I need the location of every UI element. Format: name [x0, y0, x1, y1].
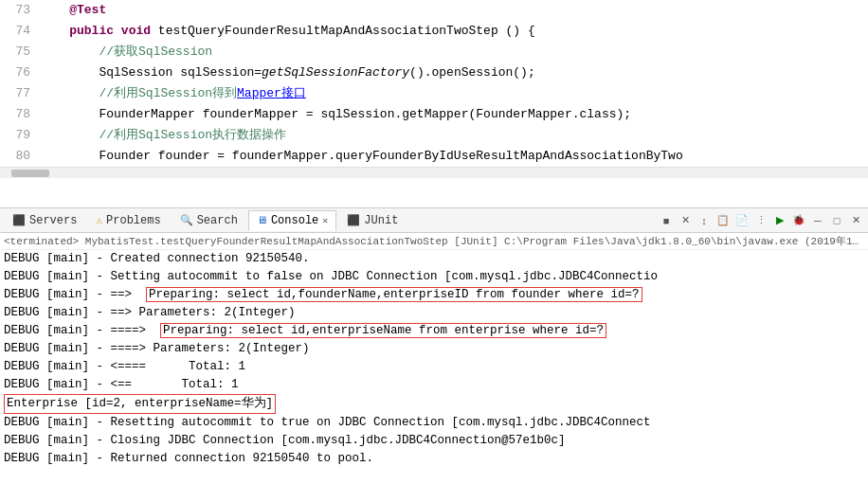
console-line-3: DEBUG [main] - ==> Preparing: select id,… — [0, 286, 868, 304]
minimize-button[interactable]: ─ — [809, 212, 826, 229]
code-line-78: 78 FounderMapper founderMapper = sqlSess… — [0, 104, 868, 125]
servers-icon: ⬛ — [12, 214, 26, 226]
line-number: 80 — [0, 146, 40, 167]
tab-junit-label: JUnit — [364, 214, 398, 227]
tab-junit[interactable]: ⬛ JUnit — [338, 210, 407, 231]
junit-icon: ⬛ — [347, 214, 360, 226]
console-line-4: DEBUG [main] - ==> Parameters: 2(Integer… — [0, 304, 868, 322]
run-button[interactable]: ▶ — [771, 212, 788, 229]
highlight-box-1: Preparing: select id,founderName,enterpr… — [146, 287, 642, 302]
code-line-77: 77 //利用SqlSession得到Mapper接口 — [0, 83, 868, 104]
console-output: DEBUG [main] - Created connection 921505… — [0, 250, 868, 491]
console-line-6: DEBUG [main] - ====> Parameters: 2(Integ… — [0, 340, 868, 358]
tab-search[interactable]: 🔍 Search — [172, 210, 246, 231]
code-editor: 73 @Test 74 public void testQueryFounder… — [0, 0, 868, 208]
close-panel-button[interactable]: ✕ — [847, 212, 864, 229]
console-line-8: DEBUG [main] - <== Total: 1 — [0, 376, 868, 394]
console-text: DEBUG [main] - ==> Preparing: select id,… — [4, 286, 642, 304]
problems-icon: ⚠ — [96, 214, 102, 226]
line-content: Founder founder = founderMapper.queryFou… — [40, 146, 683, 167]
line-number: 78 — [0, 104, 40, 125]
console-text: DEBUG [main] - Resetting autocommit to t… — [4, 414, 651, 432]
code-line-75: 75 //获取SqlSession — [0, 42, 868, 63]
stop-button[interactable]: ■ — [658, 212, 675, 229]
console-line-12: DEBUG [main] - Returned connection 92150… — [0, 450, 868, 468]
code-line-80: 80 Founder founder = founderMapper.query… — [0, 146, 868, 167]
line-number: 73 — [0, 0, 40, 21]
line-content: FounderMapper founderMapper = sqlSession… — [40, 104, 631, 125]
line-number: 77 — [0, 83, 40, 104]
line-number: 79 — [0, 125, 40, 146]
tab-servers-label: Servers — [29, 214, 77, 227]
more-button[interactable]: ⋮ — [752, 212, 769, 229]
code-line-74: 74 public void testQueryFounderResultMap… — [0, 21, 868, 42]
bottom-panel: ⬛ Servers ⚠ Problems 🔍 Search 🖥 Console … — [0, 208, 868, 491]
console-text: DEBUG [main] - ==> Parameters: 2(Integer… — [4, 304, 296, 322]
toolbar-right: ■ ✕ ↕ 📋 📄 ⋮ ▶ 🐞 ─ □ ✕ — [658, 212, 864, 229]
console-text: DEBUG [main] - Closing JDBC Connection [… — [4, 432, 566, 450]
console-text: DEBUG [main] - ====> Preparing: select i… — [4, 322, 606, 340]
console-line-1: DEBUG [main] - Created connection 921505… — [0, 250, 868, 268]
scroll-lock-button[interactable]: ↕ — [696, 212, 713, 229]
tab-console[interactable]: 🖥 Console ✕ — [248, 210, 336, 231]
tab-servers[interactable]: ⬛ Servers — [4, 210, 85, 231]
code-horizontal-scrollbar[interactable] — [0, 167, 868, 178]
search-icon: 🔍 — [180, 214, 193, 226]
tab-problems-label: Problems — [106, 214, 161, 227]
paste-button[interactable]: 📄 — [733, 212, 750, 229]
line-content: public void testQueryFounderResultMapAnd… — [40, 21, 535, 42]
tab-search-label: Search — [197, 214, 238, 227]
line-number: 75 — [0, 42, 40, 63]
scrollbar-thumb[interactable] — [11, 170, 49, 177]
info-bar: <terminated> MybatisTest.testQueryFounde… — [0, 233, 868, 250]
console-text: DEBUG [main] - ====> Parameters: 2(Integ… — [4, 340, 310, 358]
console-line-10: DEBUG [main] - Resetting autocommit to t… — [0, 414, 868, 432]
code-line-76: 76 SqlSession sqlSession=getSqlSessionFa… — [0, 63, 868, 83]
line-content: @Test — [40, 0, 106, 21]
console-line-7: DEBUG [main] - <==== Total: 1 — [0, 358, 868, 376]
line-content: SqlSession sqlSession=getSqlSessionFacto… — [40, 63, 535, 83]
console-close-x[interactable]: ✕ — [322, 215, 328, 226]
maximize-button[interactable]: □ — [828, 212, 845, 229]
console-text: DEBUG [main] - Returned connection 92150… — [4, 450, 373, 468]
console-line-5: DEBUG [main] - ====> Preparing: select i… — [0, 322, 868, 340]
console-text: DEBUG [main] - Setting autocommit to fal… — [4, 268, 658, 286]
console-text: DEBUG [main] - <== Total: 1 — [4, 376, 239, 394]
debug-button[interactable]: 🐞 — [790, 212, 807, 229]
tab-bar: ⬛ Servers ⚠ Problems 🔍 Search 🖥 Console … — [0, 208, 868, 233]
tab-problems[interactable]: ⚠ Problems — [87, 210, 169, 231]
console-line-9: Enterprise [id=2, enterpriseName=华为] — [0, 394, 868, 414]
line-content: //利用SqlSession得到Mapper接口 — [40, 83, 306, 104]
line-number: 74 — [0, 21, 40, 42]
copy-button[interactable]: 📋 — [714, 212, 732, 229]
line-content: //利用SqlSession执行数据操作 — [40, 125, 286, 146]
line-content: //获取SqlSession — [40, 42, 212, 63]
console-line-11: DEBUG [main] - Closing JDBC Connection [… — [0, 432, 868, 450]
code-line-73: 73 @Test — [0, 0, 868, 21]
enterprise-result: Enterprise [id=2, enterpriseName=华为] — [4, 394, 276, 414]
clear-button[interactable]: ✕ — [677, 212, 694, 229]
console-line-2: DEBUG [main] - Setting autocommit to fal… — [0, 268, 868, 286]
console-icon: 🖥 — [257, 214, 267, 226]
console-text: DEBUG [main] - Created connection 921505… — [4, 250, 310, 268]
tab-console-label: Console — [271, 214, 318, 227]
console-text: DEBUG [main] - <==== Total: 1 — [4, 358, 245, 376]
line-number: 76 — [0, 63, 40, 83]
code-lines: 73 @Test 74 public void testQueryFounder… — [0, 0, 868, 167]
highlight-box-2: Preparing: select id,enterpriseName from… — [160, 323, 606, 338]
code-line-79: 79 //利用SqlSession执行数据操作 — [0, 125, 868, 146]
